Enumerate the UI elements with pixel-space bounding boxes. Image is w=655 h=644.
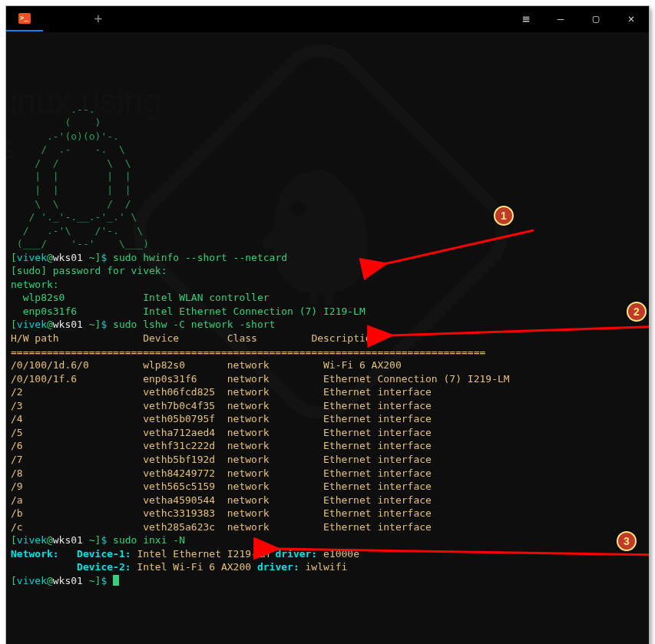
cmd-inxi: sudo inxi -N	[113, 534, 185, 546]
prompt-user: vivek	[17, 252, 47, 263]
lshw-row: /2 veth06fcd825 network Ethernet interfa…	[11, 386, 432, 398]
tab-strip: >_ +	[6, 6, 117, 31]
hwinfo-header: network:	[11, 279, 59, 290]
new-tab-button[interactable]: +	[80, 6, 117, 31]
maximize-button[interactable]: ▢	[578, 12, 614, 26]
lshw-header: H/W path Device Class Description	[11, 332, 377, 344]
lshw-row: /9 veth565c5159 network Ethernet interfa…	[11, 481, 432, 492]
lshw-row: /0/100/1f.6 enp0s31f6 network Ethernet C…	[11, 373, 510, 385]
lshw-row: /3 veth7b0c4f35 network Ethernet interfa…	[11, 400, 432, 411]
lshw-row: /8 veth84249772 network Ethernet interfa…	[11, 467, 432, 479]
terminal-output: .--. ( ) .-'(o)(o)'-. / .- -. \ / / \ \ …	[11, 103, 644, 588]
terminal-icon: >_	[18, 13, 31, 24]
minimize-button[interactable]: —	[543, 12, 578, 26]
lshw-row: /c veth285a623c network Ethernet interfa…	[11, 521, 432, 533]
cursor-block	[113, 575, 119, 586]
inxi-network-label: Network:	[11, 548, 59, 560]
lshw-row: /b vethc3319383 network Ethernet interfa…	[11, 507, 432, 519]
ascii-art-tux: .--. ( ) .-'(o)(o)'-. / .- -. \ / / \ \ …	[11, 104, 149, 249]
lshw-row: /4 veth05b0795f network Ethernet interfa…	[11, 413, 432, 424]
lshw-row: /6 vethf31c222d network Ethernet interfa…	[11, 440, 432, 451]
hwinfo-row: enp0s31f6 Intel Ethernet Connection (7) …	[11, 305, 366, 317]
lshw-row: /5 vetha712aed4 network Ethernet interfa…	[11, 427, 432, 438]
terminal-body[interactable]: Linux using s .--. ( ) .-'(o)(o)'-. / .-…	[6, 32, 649, 644]
hamburger-menu-icon[interactable]: ≡	[508, 11, 543, 28]
hwinfo-row: wlp82s0 Intel WLAN controller	[11, 292, 270, 303]
terminal-window: >_ + ≡ — ▢ ✕ Linux using s .--. ( ) .-'	[6, 6, 649, 644]
close-button[interactable]: ✕	[614, 12, 649, 26]
lshw-row: /7 vethb5bf192d network Ethernet interfa…	[11, 454, 432, 465]
lshw-row: /0/100/1d.6/0 wlp82s0 network Wi-Fi 6 AX…	[11, 359, 402, 371]
prompt-host: wks01	[53, 252, 83, 263]
sudo-password-prompt: [sudo] password for vivek:	[11, 265, 167, 276]
lshw-row: /a vetha4590544 network Ethernet interfa…	[11, 494, 432, 506]
window-controls: ≡ — ▢ ✕	[508, 6, 649, 31]
cmd-lshw: sudo lshw -C network -short	[113, 319, 275, 330]
lshw-divider: ========================================…	[11, 346, 485, 358]
cmd-hwinfo: sudo hwinfo --short --netcard	[113, 252, 287, 263]
titlebar: >_ + ≡ — ▢ ✕	[6, 6, 649, 32]
tab-terminal-2[interactable]	[43, 6, 80, 31]
tab-terminal-1[interactable]: >_	[6, 6, 43, 31]
